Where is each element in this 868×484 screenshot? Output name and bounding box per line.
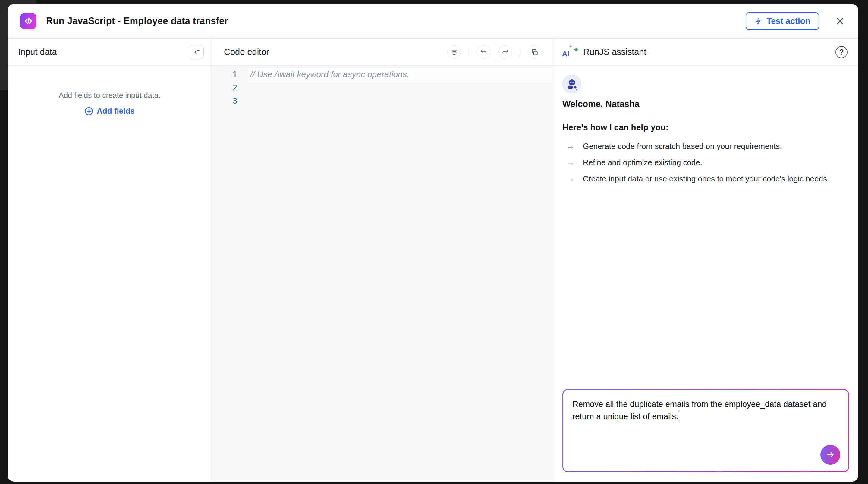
page-title: Run JavaScript - Employee data transfer bbox=[46, 16, 228, 27]
close-button[interactable] bbox=[833, 14, 847, 28]
toolbar-divider bbox=[520, 47, 520, 57]
list-item: → Create input data or use existing ones… bbox=[566, 174, 849, 184]
code-line[interactable]: 1 // Use Await keyword for async operati… bbox=[212, 68, 552, 81]
capabilities-heading: Here's how I can help you: bbox=[562, 122, 849, 132]
ai-letters: AI bbox=[562, 50, 569, 58]
code-editor-title: Code editor bbox=[224, 47, 269, 57]
list-item: → Generate code from scratch based on yo… bbox=[566, 141, 849, 151]
test-action-label: Test action bbox=[767, 16, 810, 26]
ai-sparkle-icon: AI ✦ ✦ bbox=[561, 45, 580, 59]
add-fields-label: Add fields bbox=[97, 107, 135, 116]
assistant-header: AI ✦ ✦ RunJS assistant ? bbox=[553, 38, 858, 66]
collapse-panel-icon bbox=[193, 48, 201, 56]
green-sparkle-icon: ✦ bbox=[573, 46, 579, 54]
align-lines-icon bbox=[450, 48, 458, 56]
copy-code-button[interactable] bbox=[528, 45, 541, 59]
code-comment-text: // Use Await keyword for async operation… bbox=[250, 70, 409, 79]
capability-text: Generate code from scratch based on your… bbox=[583, 141, 782, 151]
code-editor-header: Code editor bbox=[212, 38, 552, 66]
modal-header: Run JavaScript - Employee data transfer … bbox=[7, 4, 858, 38]
capabilities-list: → Generate code from scratch based on yo… bbox=[562, 141, 849, 184]
format-code-button[interactable] bbox=[447, 45, 461, 59]
line-number: 3 bbox=[212, 94, 248, 108]
prompt-input-box[interactable]: Remove all the duplicate emails from the… bbox=[562, 389, 849, 472]
capability-text: Create input data or use existing ones t… bbox=[583, 174, 829, 184]
pink-sparkle-icon: ✦ bbox=[569, 44, 572, 49]
modal-body: Input data Add fields to create input da… bbox=[7, 38, 858, 482]
send-button[interactable] bbox=[820, 445, 840, 465]
test-action-button[interactable]: Test action bbox=[746, 12, 819, 30]
input-empty-state: Add fields to create input data. Add fie… bbox=[7, 66, 212, 116]
text-cursor bbox=[679, 412, 680, 421]
redo-button[interactable] bbox=[498, 45, 512, 59]
list-item: → Refine and optimize existing code. bbox=[566, 157, 849, 168]
input-panel-title: Input data bbox=[18, 47, 57, 57]
assistant-avatar bbox=[562, 75, 581, 93]
send-arrow-icon bbox=[826, 450, 835, 460]
close-icon bbox=[834, 16, 846, 27]
code-line[interactable]: 2 bbox=[212, 81, 552, 94]
undo-icon bbox=[480, 48, 488, 56]
undo-button[interactable] bbox=[477, 45, 490, 59]
arrow-right-icon: → bbox=[566, 157, 575, 168]
code-editor-panel: Code editor bbox=[212, 38, 553, 482]
run-javascript-modal: Run JavaScript - Employee data transfer … bbox=[7, 4, 858, 482]
input-data-panel: Input data Add fields to create input da… bbox=[7, 38, 212, 482]
question-mark-icon: ? bbox=[839, 48, 844, 56]
plus-circle-icon bbox=[84, 107, 93, 116]
redo-icon bbox=[501, 48, 509, 56]
line-number: 2 bbox=[212, 81, 248, 94]
welcome-message: Welcome, Natasha bbox=[562, 99, 849, 109]
arrow-right-icon: → bbox=[566, 141, 575, 151]
help-button[interactable]: ? bbox=[835, 46, 847, 58]
add-fields-button[interactable]: Add fields bbox=[84, 107, 135, 116]
code-icon bbox=[20, 13, 36, 29]
toolbar-divider bbox=[469, 47, 469, 57]
code-line[interactable]: 3 bbox=[212, 94, 552, 108]
input-empty-hint: Add fields to create input data. bbox=[59, 91, 161, 100]
code-editor-toolbar bbox=[447, 45, 541, 59]
prompt-input-value[interactable]: Remove all the duplicate emails from the… bbox=[572, 399, 827, 421]
input-panel-header: Input data bbox=[7, 38, 212, 66]
assistant-body: Welcome, Natasha Here's how I can help y… bbox=[553, 66, 858, 482]
assistant-title: RunJS assistant bbox=[583, 47, 647, 57]
robot-icon bbox=[564, 77, 579, 91]
capability-text: Refine and optimize existing code. bbox=[583, 157, 702, 168]
line-number: 1 bbox=[212, 68, 248, 81]
copy-icon bbox=[531, 48, 538, 56]
code-editor-area[interactable]: 1 // Use Await keyword for async operati… bbox=[212, 66, 552, 482]
runjs-assistant-panel: AI ✦ ✦ RunJS assistant ? bbox=[553, 38, 858, 482]
arrow-right-icon: → bbox=[566, 174, 575, 184]
bolt-icon bbox=[754, 17, 763, 25]
collapse-panel-button[interactable] bbox=[190, 45, 204, 59]
